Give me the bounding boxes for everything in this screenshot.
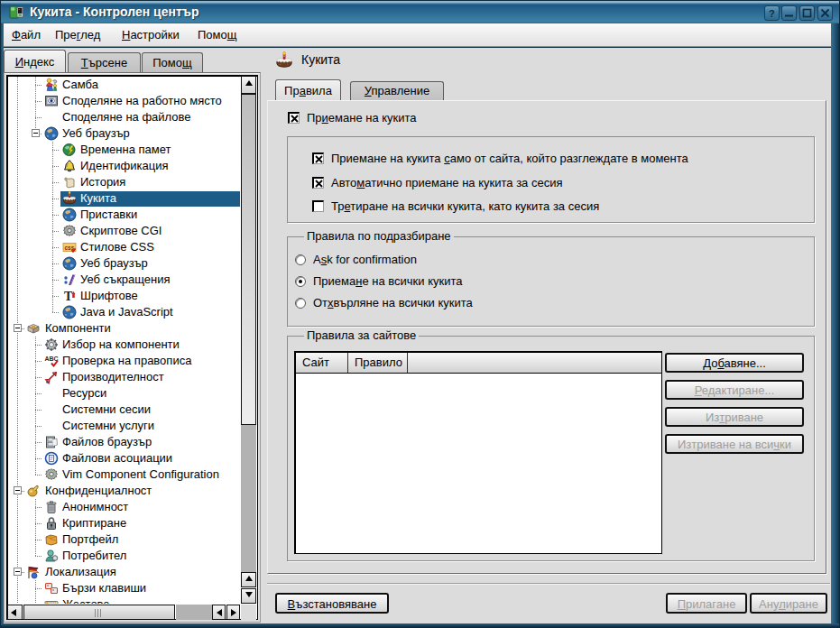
svg-text:?: ? [769,8,775,19]
svg-text:ABC: ABC [45,356,59,362]
svg-text:T: T [64,290,73,303]
svg-text:css: css [65,245,75,251]
